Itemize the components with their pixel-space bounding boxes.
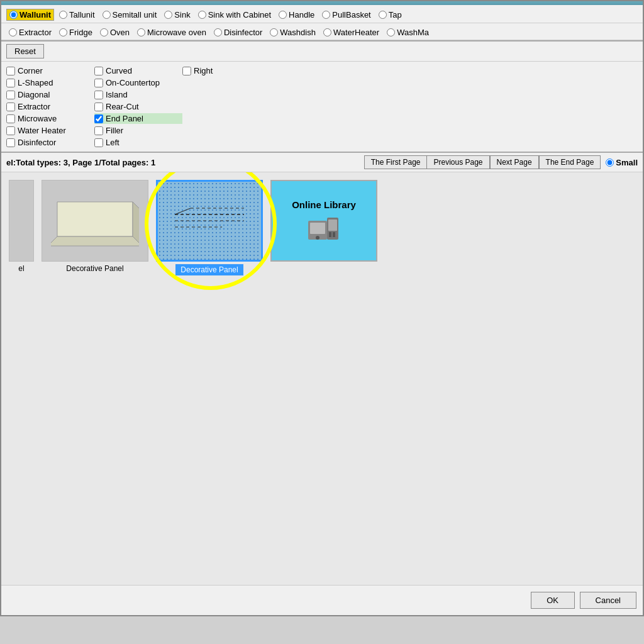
toolbar: Reset bbox=[1, 42, 643, 62]
cb-diagonal[interactable]: Diagonal bbox=[6, 89, 94, 100]
online-library-icon bbox=[305, 214, 343, 243]
next-page-button[interactable]: Next Page bbox=[490, 155, 539, 169]
radio-sink-cabinet[interactable]: Sink with Cabinet bbox=[196, 9, 274, 20]
ok-button[interactable]: OK bbox=[531, 592, 575, 609]
checkbox-col-3: Right bbox=[182, 65, 270, 148]
radio-disinfector[interactable]: Disinfector bbox=[211, 27, 265, 38]
previous-page-button[interactable]: Previous Page bbox=[426, 155, 489, 169]
partial-label: el bbox=[18, 264, 24, 273]
cb-lshaped[interactable]: L-Shaped bbox=[6, 77, 94, 88]
radio-row-2: Extractor Fridge Oven Microwave oven Dis… bbox=[1, 23, 643, 40]
radio-extractor[interactable]: Extractor bbox=[6, 27, 54, 38]
svg-marker-0 bbox=[57, 202, 133, 236]
cb-endpanel[interactable]: End Panel bbox=[94, 113, 182, 124]
cb-microwave[interactable]: Microwave bbox=[6, 113, 94, 124]
radio-semitall[interactable]: Semitall unit bbox=[100, 9, 160, 20]
item-label-decorative-2: Decorative Panel bbox=[175, 264, 243, 275]
item-label-decorative-1: Decorative Panel bbox=[66, 264, 123, 273]
cb-filler[interactable]: Filler bbox=[94, 125, 182, 136]
reset-button[interactable]: Reset bbox=[6, 44, 44, 58]
radio-tallunit[interactable]: Tallunit bbox=[57, 9, 97, 20]
cb-right[interactable]: Right bbox=[182, 65, 270, 76]
item-card-decorative-2[interactable]: Decorative Panel bbox=[156, 180, 263, 275]
online-library-thumb: Online Library bbox=[270, 180, 377, 262]
cancel-button[interactable]: Cancel bbox=[580, 592, 636, 609]
cb-disinfector[interactable]: Disinfector bbox=[6, 137, 94, 148]
cb-left[interactable]: Left bbox=[94, 137, 182, 148]
radio-handle[interactable]: Handle bbox=[276, 9, 317, 20]
end-page-button[interactable]: The End Page bbox=[539, 155, 601, 169]
radio-washma[interactable]: WashMa bbox=[384, 27, 431, 38]
status-text: el:Total types: 3, Page 1/Total pages: 1 bbox=[6, 158, 155, 167]
radio-row-1: Wallunit Tallunit Semitall unit Sink Sin… bbox=[1, 5, 643, 23]
cb-oncountertop[interactable]: On-Countertop bbox=[94, 77, 182, 88]
item-thumb-decorative-1 bbox=[42, 180, 148, 262]
radio-rows-container: Wallunit Tallunit Semitall unit Sink Sin… bbox=[1, 5, 643, 42]
checkbox-col-2: Curved On-Countertop Island Rear-Cut End… bbox=[94, 65, 182, 148]
cb-island[interactable]: Island bbox=[94, 89, 182, 100]
item-card-partial: el bbox=[9, 180, 34, 273]
radio-tap[interactable]: Tap bbox=[376, 9, 404, 20]
checkbox-area: Corner L-Shaped Diagonal Extractor Micro… bbox=[1, 62, 643, 153]
item-card-decorative-1[interactable]: Decorative Panel bbox=[42, 180, 148, 273]
cb-waterheater[interactable]: Water Heater bbox=[6, 125, 94, 136]
partial-thumb bbox=[9, 180, 34, 262]
size-label: Small bbox=[616, 158, 638, 167]
item-thumb-decorative-2 bbox=[156, 180, 263, 262]
cb-curved[interactable]: Curved bbox=[94, 65, 182, 76]
panel-dashed-lines bbox=[172, 205, 247, 236]
footer: OK Cancel bbox=[1, 585, 643, 615]
radio-oven[interactable]: Oven bbox=[97, 27, 132, 38]
cb-corner[interactable]: Corner bbox=[6, 65, 94, 76]
radio-waterheater[interactable]: WaterHeater bbox=[321, 27, 382, 38]
radio-washdish[interactable]: Washdish bbox=[267, 27, 318, 38]
radio-wallunit[interactable]: Wallunit bbox=[6, 9, 54, 21]
size-radio-label[interactable]: Small bbox=[606, 158, 638, 167]
svg-rect-14 bbox=[333, 232, 335, 237]
cb-rearcut[interactable]: Rear-Cut bbox=[94, 101, 182, 112]
nav-buttons: The First Page Previous Page Next Page T… bbox=[364, 155, 638, 169]
radio-sink[interactable]: Sink bbox=[162, 9, 192, 20]
panel-drawing-1 bbox=[51, 189, 139, 252]
main-dialog: Wallunit Tallunit Semitall unit Sink Sin… bbox=[0, 0, 644, 616]
items-area: el Decorative Panel bbox=[1, 172, 643, 585]
radio-fridge[interactable]: Fridge bbox=[57, 27, 95, 38]
status-bar: el:Total types: 3, Page 1/Total pages: 1… bbox=[1, 153, 643, 172]
svg-line-6 bbox=[175, 208, 191, 214]
svg-rect-12 bbox=[328, 219, 337, 231]
first-page-button[interactable]: The First Page bbox=[364, 155, 427, 169]
item-card-online-library[interactable]: Online Library bbox=[270, 180, 377, 264]
svg-rect-9 bbox=[310, 223, 325, 234]
radio-microwave-oven[interactable]: Microwave oven bbox=[135, 27, 209, 38]
online-library-title: Online Library bbox=[292, 199, 356, 211]
svg-point-10 bbox=[316, 236, 319, 240]
radio-pullbasket[interactable]: PullBasket bbox=[319, 9, 373, 20]
dotted-panel-bg bbox=[158, 182, 261, 260]
svg-marker-1 bbox=[51, 236, 139, 246]
cb-extractor[interactable]: Extractor bbox=[6, 101, 94, 112]
checkbox-col-1: Corner L-Shaped Diagonal Extractor Micro… bbox=[6, 65, 94, 148]
svg-rect-13 bbox=[329, 232, 331, 237]
